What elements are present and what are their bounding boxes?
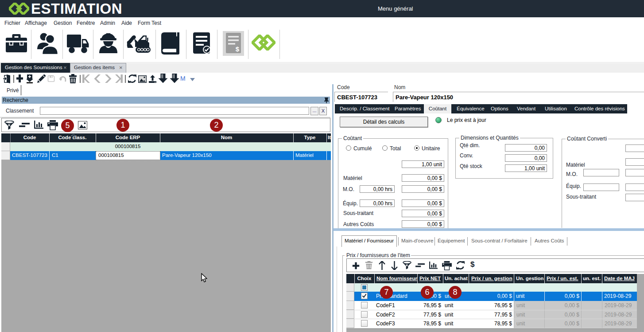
svg-text:$: $ — [236, 45, 240, 53]
